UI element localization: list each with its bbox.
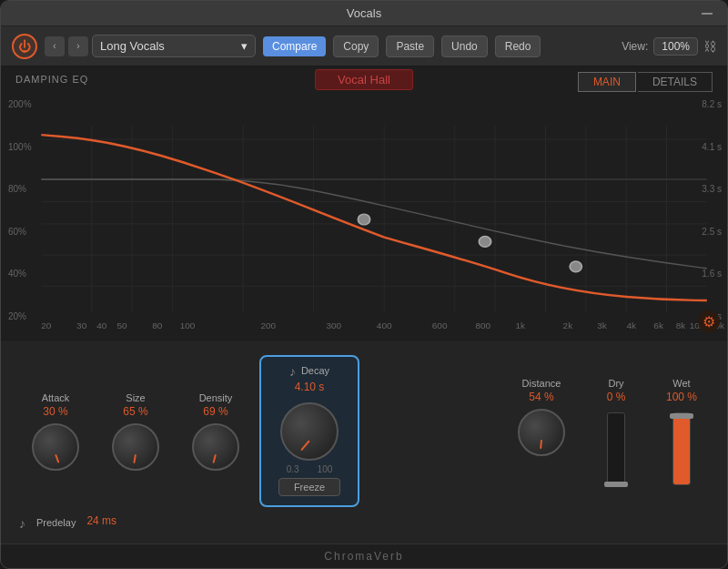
view-control: View: 100% ⛓ — [622, 37, 716, 56]
dry-fader-group: Dry 0 % — [589, 378, 643, 485]
eq-graph: 200% 100% 80% 60% 40% 20% 8.2 s 4.1 s 3.… — [1, 99, 727, 340]
main-window: Vocals ⏻ ‹ › Long Vocals ▾ Compare Copy … — [0, 0, 728, 569]
minimize-button[interactable] — [702, 13, 713, 15]
nav-back-button[interactable]: ‹ — [45, 36, 65, 56]
size-value: 65 % — [123, 405, 147, 418]
time-label-41: 4.1 s — [702, 142, 722, 152]
density-knob[interactable] — [192, 423, 239, 471]
svg-text:8k: 8k — [676, 321, 686, 330]
decay-knob[interactable] — [280, 402, 339, 461]
svg-text:40: 40 — [96, 321, 106, 330]
eq-section: DAMPING EQ Vocal Hall MAIN DETAILS 200% … — [1, 66, 727, 340]
decay-group: ♪ Decay 4.10 s 0.3 100 Freeze — [259, 355, 359, 507]
decay-min: 0.3 — [287, 464, 299, 474]
distance-label: Distance — [522, 378, 561, 389]
distance-knob[interactable] — [518, 409, 565, 456]
time-label-82: 8.2 s — [702, 99, 722, 109]
svg-text:30: 30 — [76, 321, 86, 330]
svg-text:600: 600 — [432, 321, 448, 330]
undo-button[interactable]: Undo — [441, 36, 488, 57]
svg-text:100: 100 — [180, 321, 196, 330]
svg-text:6k: 6k — [653, 321, 663, 330]
main-details-buttons: MAIN DETAILS — [578, 72, 713, 92]
svg-point-18 — [358, 214, 369, 225]
predelay-value: 24 ms — [86, 514, 116, 527]
copy-button[interactable]: Copy — [333, 36, 379, 57]
density-value: 69 % — [203, 405, 228, 418]
eq-label: DAMPING EQ — [15, 74, 88, 85]
dry-label: Dry — [608, 378, 623, 389]
compare-button[interactable]: Compare — [263, 36, 326, 56]
attack-group: Attack 30 % — [19, 392, 92, 471]
wet-label: Wet — [672, 378, 690, 389]
size-label: Size — [126, 392, 145, 403]
window-title: Vocals — [347, 6, 381, 20]
decay-range: 0.3 100 — [287, 464, 333, 474]
db-label-200: 200% — [8, 99, 32, 109]
wet-fader-group: Wet 100 % — [654, 378, 709, 485]
decay-header: ♪ Decay — [289, 364, 329, 379]
view-percent[interactable]: 100% — [653, 37, 698, 56]
dropdown-arrow-icon: ▾ — [241, 39, 248, 53]
plugin-name: ChromaVerb — [1, 544, 727, 568]
wet-value: 100 % — [666, 391, 697, 403]
title-controls — [702, 13, 713, 15]
freeze-button[interactable]: Freeze — [278, 478, 340, 496]
svg-point-20 — [570, 261, 581, 272]
svg-text:300: 300 — [326, 321, 341, 330]
size-knob[interactable] — [112, 423, 159, 471]
main-button[interactable]: MAIN — [578, 72, 636, 92]
dry-fader[interactable] — [607, 412, 625, 485]
right-section: Distance 54 % Dry 0 % — [505, 378, 709, 485]
svg-text:20: 20 — [41, 321, 51, 330]
svg-text:3k: 3k — [597, 321, 607, 330]
decay-value: 4.10 s — [295, 381, 325, 393]
link-icon[interactable]: ⛓ — [703, 39, 716, 54]
wet-fader[interactable] — [672, 412, 691, 485]
preset-name: Long Vocals — [100, 39, 165, 53]
distance-group: Distance 54 % — [505, 378, 578, 456]
db-label-40: 40% — [8, 269, 32, 279]
time-label-25: 2.5 s — [702, 227, 722, 237]
svg-text:400: 400 — [377, 321, 392, 330]
svg-text:80: 80 — [152, 321, 162, 330]
svg-point-19 — [479, 237, 490, 248]
music-note-icon: ♪ — [289, 364, 296, 379]
preset-dropdown[interactable]: Long Vocals ▾ — [92, 35, 256, 57]
preset-selector: ‹ › Long Vocals ▾ — [45, 35, 256, 57]
db-labels: 200% 100% 80% 60% 40% 20% — [8, 99, 32, 321]
nav-forward-button[interactable]: › — [68, 36, 88, 56]
attack-label: Attack — [42, 392, 70, 403]
view-label: View: — [622, 40, 648, 53]
time-label-16: 1.6 s — [702, 269, 722, 279]
eq-header: DAMPING EQ Vocal Hall MAIN DETAILS — [1, 66, 727, 92]
db-label-80: 80% — [8, 184, 32, 194]
settings-icon[interactable]: ⚙ — [698, 310, 720, 332]
svg-text:200: 200 — [260, 321, 276, 330]
knobs-row: Attack 30 % Size 65 % — [19, 355, 709, 507]
svg-text:2k: 2k — [563, 321, 573, 330]
predelay-label: Predelay — [36, 517, 76, 528]
svg-text:50: 50 — [116, 321, 126, 330]
paste-button[interactable]: Paste — [386, 36, 434, 57]
preset-center-name: Vocal Hall — [315, 69, 413, 90]
bottom-controls: Attack 30 % Size 65 % — [1, 340, 727, 544]
attack-knob[interactable] — [32, 423, 79, 471]
title-bar: Vocals — [1, 1, 727, 26]
redo-button[interactable]: Redo — [495, 36, 541, 57]
db-label-60: 60% — [8, 227, 32, 237]
time-label-33: 3.3 s — [702, 184, 722, 194]
db-label-20: 20% — [8, 311, 32, 321]
decay-label: Decay — [301, 365, 329, 376]
predelay-note-icon: ♪ — [19, 516, 25, 531]
db-label-100: 100% — [8, 142, 32, 152]
details-button[interactable]: DETAILS — [638, 72, 713, 92]
eq-curve-svg: 20 30 40 50 80 100 200 300 400 600 800 1… — [1, 99, 727, 340]
time-labels: 8.2 s 4.1 s 3.3 s 2.5 s 1.6 s 0.8 s — [702, 99, 722, 321]
toolbar: ⏻ ‹ › Long Vocals ▾ Compare Copy Paste U… — [1, 26, 727, 66]
size-group: Size 65 % — [99, 392, 172, 471]
distance-value: 54 % — [529, 391, 553, 403]
left-knobs: Attack 30 % Size 65 % — [19, 392, 252, 471]
power-button[interactable]: ⏻ — [12, 34, 37, 59]
density-group: Density 69 % — [179, 392, 252, 471]
